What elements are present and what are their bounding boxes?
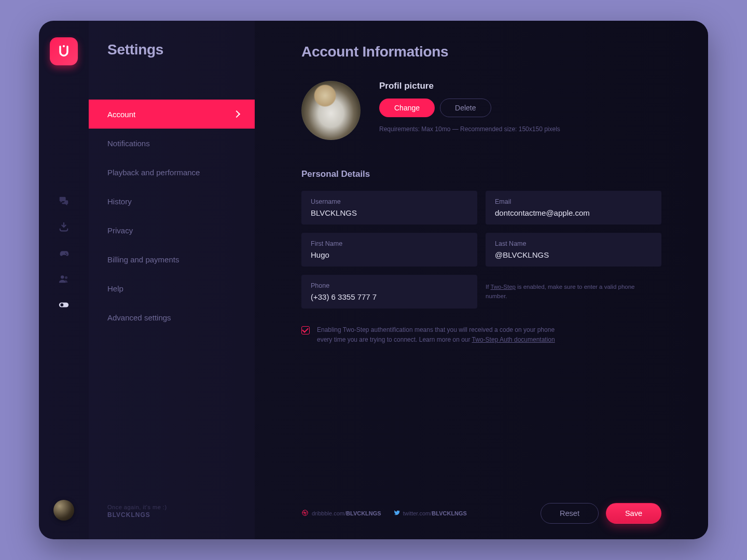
settings-toggle-icon[interactable] <box>58 299 70 311</box>
two-step-note: Enabling Two-Step authentification means… <box>301 325 661 345</box>
firstname-field[interactable]: First Name Hugo <box>301 233 477 267</box>
username-field[interactable]: Username BLVCKLNGS <box>301 191 477 225</box>
two-step-link[interactable]: Two-Step <box>490 284 516 290</box>
sidebar-item-history[interactable]: History <box>89 187 255 216</box>
profile-buttons: Change Delete <box>379 99 560 117</box>
field-value: @BLVCKLNGS <box>495 250 652 259</box>
two-step-checkbox[interactable] <box>301 326 310 334</box>
two-step-text: Enabling Two-Step authentification means… <box>317 325 556 345</box>
sidebar-item-privacy[interactable]: Privacy <box>89 216 255 245</box>
credit-name: BLVCKLNGS <box>107 511 167 519</box>
gamepad-icon[interactable] <box>58 247 70 259</box>
download-icon[interactable] <box>58 221 70 233</box>
footer-buttons: Reset Save <box>541 503 661 524</box>
page-title: Account Informations <box>301 44 661 60</box>
two-step-doc-link[interactable]: Two-Step Auth documentation <box>472 336 555 343</box>
field-label: Username <box>311 198 468 205</box>
app-logo[interactable] <box>50 37 78 65</box>
sidebar-item-help[interactable]: Help <box>89 274 255 303</box>
svg-point-0 <box>63 45 65 47</box>
phone-row: Phone (+33) 6 3355 777 7 If Two-Step is … <box>301 275 661 309</box>
sidebar-item-billing[interactable]: Billing and payments <box>89 245 255 274</box>
field-value: Hugo <box>311 250 468 259</box>
icon-rail <box>39 21 89 539</box>
sidebar-item-label: Privacy <box>107 226 133 235</box>
save-button[interactable]: Save <box>606 503 661 524</box>
svg-point-1 <box>61 275 64 278</box>
email-field[interactable]: Email dontcontactme@apple.com <box>486 191 661 225</box>
field-label: Last Name <box>495 240 652 247</box>
profile-heading: Profil picture <box>379 81 560 91</box>
credit-tagline: Once again, it's me :) <box>107 504 167 510</box>
change-picture-button[interactable]: Change <box>379 99 435 117</box>
sidebar: Settings Account Notifications Playback … <box>89 21 255 539</box>
sidebar-item-playback[interactable]: Playback and performance <box>89 158 255 187</box>
sidebar-item-label: Playback and performance <box>107 168 200 177</box>
sidebar-item-advanced[interactable]: Advanced settings <box>89 303 255 332</box>
sidebar-item-label: Notifications <box>107 139 150 148</box>
phone-field[interactable]: Phone (+33) 6 3355 777 7 <box>301 275 477 309</box>
field-label: Phone <box>311 282 468 289</box>
users-icon[interactable] <box>58 273 70 285</box>
details-grid-1: Username BLVCKLNGS Email dontcontactme@a… <box>301 191 661 225</box>
sidebar-item-notifications[interactable]: Notifications <box>89 129 255 158</box>
rail-icon-list <box>58 195 70 311</box>
sidebar-item-label: Billing and payments <box>107 255 179 264</box>
content-footer: dribbble.com/BLVCKLNGS twitter.com/BLVCK… <box>301 487 661 524</box>
user-mini-avatar[interactable] <box>53 500 74 521</box>
profile-info: Profil picture Change Delete Requirement… <box>379 81 560 133</box>
phone-hint: If Two-Step is enabled, make sure to ent… <box>486 283 661 301</box>
social-links: dribbble.com/BLVCKLNGS twitter.com/BLVCK… <box>301 509 467 517</box>
twitter-link[interactable]: twitter.com/BLVCKLNGS <box>393 509 467 517</box>
lastname-field[interactable]: Last Name @BLVCKLNGS <box>486 233 661 267</box>
field-value: (+33) 6 3355 777 7 <box>311 292 468 301</box>
svg-point-4 <box>60 303 63 306</box>
dribbble-icon <box>301 509 309 517</box>
delete-picture-button[interactable]: Delete <box>440 99 491 117</box>
chat-icon[interactable] <box>58 195 70 207</box>
sidebar-title: Settings <box>107 41 255 58</box>
app-window: Settings Account Notifications Playback … <box>39 21 708 539</box>
personal-details-heading: Personal Details <box>301 169 661 179</box>
sidebar-item-label: Advanced settings <box>107 313 171 322</box>
svg-point-2 <box>65 276 67 279</box>
dribbble-link[interactable]: dribbble.com/BLVCKLNGS <box>301 509 381 517</box>
sidebar-item-account[interactable]: Account <box>89 100 255 129</box>
profile-avatar[interactable] <box>301 81 361 140</box>
sidebar-item-label: Account <box>107 110 135 119</box>
main-content: Account Informations Profil picture Chan… <box>255 21 708 539</box>
sidebar-item-label: History <box>107 197 132 206</box>
profile-picture-section: Profil picture Change Delete Requirement… <box>301 81 661 140</box>
field-label: Email <box>495 198 652 205</box>
picture-requirements: Requirements: Max 10mo — Recommended siz… <box>379 125 560 133</box>
details-grid-2: First Name Hugo Last Name @BLVCKLNGS <box>301 233 661 267</box>
twitter-icon <box>393 509 400 517</box>
sidebar-item-label: Help <box>107 284 123 293</box>
sidebar-footer-credit: Once again, it's me :) BLVCKLNGS <box>107 504 167 519</box>
field-value: dontcontactme@apple.com <box>495 208 652 217</box>
field-label: First Name <box>311 240 468 247</box>
reset-button[interactable]: Reset <box>541 503 599 524</box>
field-value: BLVCKLNGS <box>311 208 468 217</box>
